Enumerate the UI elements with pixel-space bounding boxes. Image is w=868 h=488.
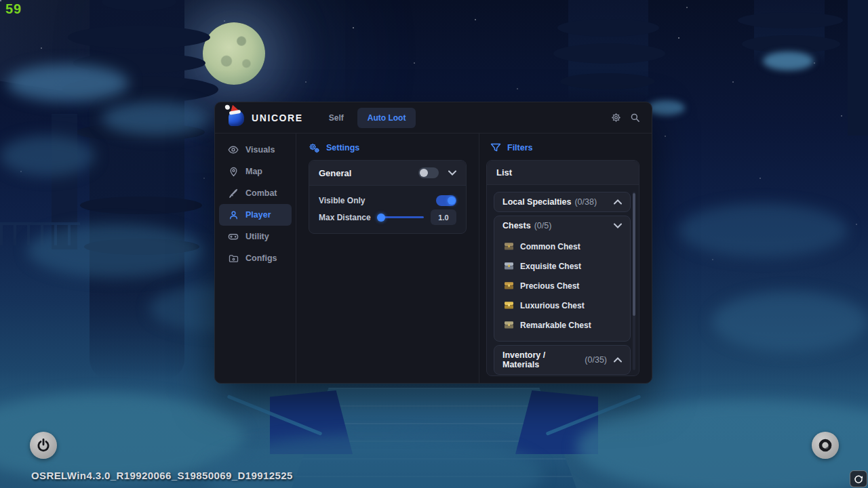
filter-section-inventory-materials: Inventory / Materials (0/35) bbox=[494, 345, 631, 375]
section-label: Inventory / Materials bbox=[502, 350, 581, 369]
unicore-logo bbox=[227, 108, 245, 127]
list-item[interactable]: Common Chest bbox=[504, 237, 622, 256]
filters-title-row: Filters bbox=[486, 142, 639, 154]
chest-icon bbox=[504, 301, 514, 310]
folder-icon bbox=[228, 253, 239, 264]
tower-ring bbox=[553, 43, 665, 64]
chevron-up-icon[interactable] bbox=[614, 357, 622, 363]
list-item-label: Exquisite Chest bbox=[520, 262, 581, 271]
section-count: (0/35) bbox=[585, 355, 607, 365]
list-item[interactable]: Exquisite Chest bbox=[504, 256, 622, 276]
filters-title: Filters bbox=[507, 143, 533, 152]
person-icon bbox=[228, 209, 239, 220]
tab-auto-loot[interactable]: Auto Loot bbox=[357, 108, 416, 128]
chevron-down-icon[interactable] bbox=[614, 223, 622, 229]
filter-section-chests: Chests (0/5) Common Chest bbox=[494, 216, 631, 342]
sword-icon bbox=[228, 188, 239, 199]
sidebar-item-label: Configs bbox=[245, 253, 277, 263]
brand-title: UNICORE bbox=[252, 113, 303, 123]
chest-icon bbox=[504, 262, 514, 270]
eye-icon bbox=[228, 144, 239, 155]
sidebar-item-combat[interactable]: Combat bbox=[219, 182, 292, 204]
power-button[interactable] bbox=[30, 432, 57, 459]
map-pin-icon bbox=[228, 166, 239, 177]
section-label: Local Specialties bbox=[502, 197, 571, 207]
general-group-header[interactable]: General bbox=[309, 161, 466, 186]
slider-thumb[interactable] bbox=[377, 214, 385, 222]
section-header[interactable]: Inventory / Materials (0/35) bbox=[494, 346, 630, 374]
refresh-icon bbox=[854, 474, 863, 484]
visible-only-label: Visible Only bbox=[319, 196, 365, 205]
list-item-label: Common Chest bbox=[520, 242, 580, 251]
cloud bbox=[648, 100, 685, 115]
filters-list-card: List Local Specialties (0/38) bbox=[486, 160, 639, 376]
sidebar-item-label: Utility bbox=[245, 232, 269, 241]
scrollbar-thumb[interactable] bbox=[633, 193, 635, 316]
list-item[interactable]: Remarkable Chest bbox=[504, 315, 622, 335]
chest-icon bbox=[504, 281, 514, 290]
build-version-text: OSRELWin4.3.0_R19920066_S19850069_D19912… bbox=[31, 470, 293, 481]
gears-icon bbox=[309, 143, 320, 153]
settings-title-row: Settings bbox=[309, 142, 467, 154]
fps-counter: 59 bbox=[5, 1, 22, 17]
scrollbar[interactable] bbox=[633, 192, 635, 370]
sidebar-item-visuals[interactable]: Visuals bbox=[219, 139, 292, 161]
cloud bbox=[763, 52, 814, 70]
chest-icon bbox=[504, 321, 514, 329]
list-item-label: Luxurious Chest bbox=[520, 301, 585, 310]
search-icon[interactable] bbox=[629, 112, 641, 124]
tower-ring bbox=[557, 19, 659, 37]
max-distance-label: Max Distance bbox=[319, 213, 371, 222]
gear-icon[interactable] bbox=[610, 112, 622, 124]
visible-only-toggle[interactable] bbox=[436, 195, 456, 206]
filter-section-local-specialties: Local Specialties (0/38) bbox=[494, 192, 631, 212]
sidebar-item-label: Map bbox=[245, 167, 262, 176]
hat-pom bbox=[224, 104, 230, 110]
section-header[interactable]: Local Specialties (0/38) bbox=[494, 192, 630, 211]
sidebar-item-player[interactable]: Player bbox=[219, 204, 292, 226]
max-distance-slider[interactable] bbox=[379, 216, 424, 218]
power-icon bbox=[36, 438, 51, 453]
tower-ring bbox=[560, 73, 655, 89]
list-item[interactable]: Precious Chest bbox=[504, 276, 622, 296]
toggle-knob bbox=[420, 169, 428, 177]
funnel-icon bbox=[490, 143, 501, 152]
general-group-label: General bbox=[319, 168, 351, 178]
tower-ring bbox=[68, 26, 210, 49]
unicore-window: UNICORE Self Auto Loot Visuals bbox=[214, 102, 652, 384]
moon bbox=[203, 22, 265, 85]
tower-ring bbox=[80, 197, 202, 214]
cloud bbox=[102, 102, 210, 136]
section-header[interactable]: Chests (0/5) bbox=[494, 216, 630, 235]
settings-panel: Settings General Visible Only bbox=[296, 134, 479, 383]
sidebar-item-label: Visuals bbox=[245, 145, 275, 155]
tower-ring bbox=[742, 35, 840, 53]
chevron-up-icon[interactable] bbox=[614, 199, 622, 205]
list-header-label: List bbox=[496, 167, 512, 178]
tab-self[interactable]: Self bbox=[326, 109, 347, 127]
edge-pillar bbox=[848, 0, 868, 136]
section-label: Chests bbox=[502, 221, 531, 230]
general-group-toggle[interactable] bbox=[418, 167, 439, 178]
section-count: (0/5) bbox=[534, 221, 552, 230]
cloud bbox=[27, 224, 203, 278]
aim-button[interactable] bbox=[812, 432, 839, 459]
sidebar-item-configs[interactable]: Configs bbox=[219, 247, 292, 269]
sidebar-item-label: Player bbox=[245, 210, 271, 220]
max-distance-value[interactable]: 1.0 bbox=[431, 209, 456, 225]
sidebar-item-utility[interactable]: Utility bbox=[219, 226, 292, 247]
section-count: (0/38) bbox=[574, 197, 597, 207]
sidebar: Visuals Map Combat Player bbox=[215, 134, 296, 383]
refresh-button[interactable] bbox=[850, 470, 867, 487]
chevron-down-icon[interactable] bbox=[448, 170, 456, 176]
cloud bbox=[7, 64, 129, 102]
tower-ring bbox=[738, 12, 843, 28]
gamepad-icon bbox=[228, 231, 239, 242]
max-distance-row: Max Distance 1.0 bbox=[319, 209, 456, 226]
list-item[interactable]: Luxurious Chest bbox=[504, 296, 622, 315]
chest-list: Common Chest Exquisite Chest Precious Ch… bbox=[494, 235, 630, 341]
general-group-body: Visible Only Max Distance 1.0 bbox=[309, 186, 466, 233]
list-header[interactable]: List bbox=[487, 161, 639, 185]
cloud bbox=[0, 136, 95, 176]
sidebar-item-map[interactable]: Map bbox=[219, 161, 292, 182]
